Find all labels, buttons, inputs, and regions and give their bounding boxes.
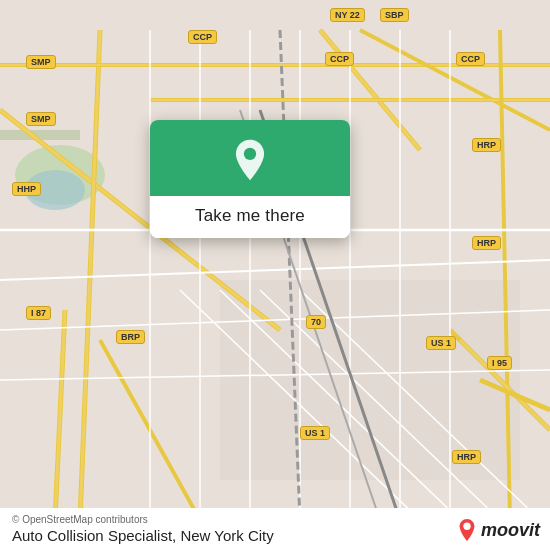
moovit-pin-icon (457, 518, 477, 542)
moovit-logo: moovit (457, 518, 540, 542)
road-badge-hrp2: HRP (472, 236, 501, 250)
road-badge-hrp1: HRP (472, 138, 501, 152)
road-badge-ccp3: CCP (456, 52, 485, 66)
road-badge-us1b: US 1 (300, 426, 330, 440)
svg-point-42 (463, 523, 470, 530)
road-badge-hrp3: HRP (452, 450, 481, 464)
road-badge-i87: I 87 (26, 306, 51, 320)
popup-card-bottom[interactable]: Take me there (150, 196, 350, 238)
map-container: NY 22 SBP CCP CCP CCP SMP SMP HHP HRP HR… (0, 0, 550, 550)
popup-card-top (150, 120, 350, 196)
road-badge-rt70: 70 (306, 315, 326, 329)
popup-card: Take me there (150, 120, 350, 238)
road-badge-ny22: NY 22 (330, 8, 365, 22)
road-badge-smp1: SMP (26, 55, 56, 69)
road-badge-brp: BRP (116, 330, 145, 344)
road-badge-us1a: US 1 (426, 336, 456, 350)
road-badge-i95: I 95 (487, 356, 512, 370)
road-badge-ccp2: CCP (325, 52, 354, 66)
road-badge-hhp: HHP (12, 182, 41, 196)
road-badge-sbp: SBP (380, 8, 409, 22)
location-pin-icon (228, 138, 272, 182)
take-me-there-button[interactable]: Take me there (195, 206, 305, 225)
svg-point-41 (244, 148, 256, 160)
moovit-text: moovit (481, 520, 540, 541)
road-badge-smp2: SMP (26, 112, 56, 126)
road-badge-ccp1: CCP (188, 30, 217, 44)
map-svg (0, 0, 550, 550)
